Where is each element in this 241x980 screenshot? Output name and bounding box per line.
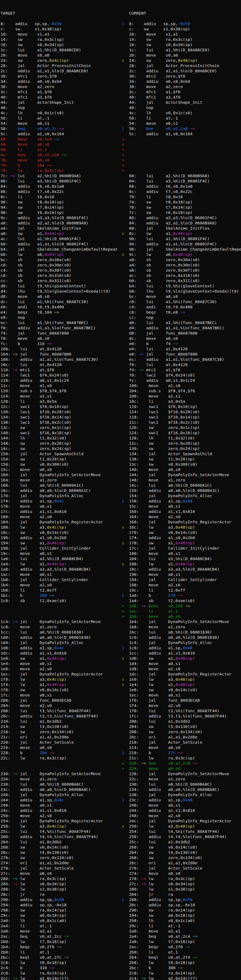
asm-line: 1f4: lw a1,0x44(sp): [0, 682, 121, 687]
asm-line: 228: b 284 ~>: [0, 750, 121, 755]
asm-segment: f4:: [122, 368, 139, 372]
asm-line: 8: addiu sp,sp,-0x58: [0, 21, 121, 26]
asm-segment-b: 27c: [168, 750, 176, 755]
asm-segment: a8: sw a1,: [0, 231, 45, 236]
asm-line: 150: addiu a0,a0,%lo(D_06000A1C): [122, 488, 241, 493]
asm-segment: 2bc: b 308: [122, 966, 178, 970]
asm-line: 200: lui a1,0x3db2: [122, 719, 241, 724]
asm-segment: 1d0: sw a1,: [124, 656, 176, 660]
asm-segment-r: 74: b 284 ~>: [0, 163, 52, 167]
asm-segment-m: 0x44(sp): [45, 252, 64, 257]
asm-segment: lw ra,0x3c(sp): [146, 876, 195, 881]
asm-line: ec: lui a1,%hi(func_80A87BEC): [0, 320, 121, 325]
asm-line: 1d4: move a0,s1: [122, 661, 241, 666]
asm-segment-g: bne v0,at,278: [146, 761, 192, 765]
asm-line: 6c: beq v0,at,230 ~>: [0, 152, 121, 158]
asm-line: 78: lw ra,0x3c(sp): [0, 168, 121, 173]
asm-segment-r: 78: lw ra,0x3c(sp): [0, 168, 64, 173]
asm-segment: fc: b 110: [0, 341, 47, 346]
asm-line: 290: addiu sp,sp,0x58: [0, 897, 121, 902]
asm-line: e0: andi t0,t9,0x400: [0, 304, 121, 309]
asm-segment-r: 70: move a0,s0: [0, 158, 49, 162]
asm-segment: 8: addiu sp,sp,: [124, 21, 178, 26]
asm-line: 84: addiu t6,s0,0x1a8: [0, 184, 121, 189]
asm-line: c4: sb zero,0x30f(s0): [0, 267, 121, 273]
asm-segment-r: ~>: [49, 750, 54, 755]
asm-line: 250: move a2,s0: [0, 813, 121, 818]
asm-line: 220: jal Actor_SetScale: [0, 740, 121, 745]
asm-line: [0, 766, 121, 771]
asm-line: 68: li at,1: [0, 147, 121, 152]
asm-line: 2c0: lw t8,0x18(sp): [0, 960, 121, 965]
asm-line: 24c: jal DynaPolyInfo_RegisterActor: [122, 818, 241, 824]
asm-segment-y: ~>: [54, 310, 59, 314]
asm-segment-y: 0x48(sp): [178, 58, 197, 63]
asm-line: 168: jal DynaPolyInfo_RegisterActor: [122, 519, 241, 525]
asm-line: 1c0: addiu a0,a0,%lo(D_06001830): [122, 635, 241, 640]
asm-line: 1b4: jal DynaPolyInfo_SetActorMove: [122, 619, 241, 624]
asm-segment-b: 280: [40, 593, 47, 598]
asm-line: 64: lui a3,%hi(D_06001F4C): [122, 178, 241, 184]
asm-line: 2a8: move a3,a1: [0, 928, 121, 934]
asm-line: 29c: li at,-1: [122, 923, 241, 928]
asm-line: 29c: sw a0,0x18(sp): [0, 913, 121, 918]
asm-segment: 58:: [0, 126, 18, 131]
asm-segment-b: -0x50: [178, 21, 190, 26]
asm-segment: 110:: [0, 368, 13, 372]
asm-line: 174: addiu a1,s0,0x2b0: [122, 535, 241, 540]
asm-line: 258: lw a3,0x4c(sp): [0, 824, 121, 829]
asm-line: 194: jal Collider_SetCylinder: [122, 577, 241, 582]
asm-segment-g: > 220:: [122, 761, 141, 765]
asm-segment: e0: b f4: [122, 341, 173, 346]
asm-line: s 24: sw zero,0x48(sp): [122, 58, 241, 63]
asm-segment-w: ~>: [64, 955, 69, 959]
asm-segment-m: ~>: [10, 173, 15, 178]
asm-line: 214: sw t3,0x130(s0): [0, 724, 121, 729]
asm-line: 1c8: move a1,zero: [0, 624, 121, 629]
asm-segment: 8c: sw a1,: [124, 231, 173, 236]
asm-line: 1fc: move a0,s1: [0, 692, 121, 698]
asm-segment-b: ~>: [180, 310, 185, 314]
asm-line: 240: jal DynaPolyInfo_Alloc: [0, 792, 121, 797]
asm-line: 1f4: move a2,v0: [122, 703, 241, 708]
asm-segment: 1f0: lw a3,: [0, 677, 47, 682]
asm-segment-g: ~>: [185, 944, 190, 949]
asm-segment-m: 0x40(sp): [173, 252, 193, 257]
asm-line: 38: move a2,zero: [122, 84, 241, 89]
asm-line: b4: lui t9,%hi(gSaveContext): [122, 283, 241, 288]
asm-line: 260: sw v0,0x14c(s0): [122, 845, 241, 850]
asm-line: 260: addiu t4,t4,%lo(func_80A87F44): [0, 834, 121, 839]
asm-line: 34: addiu a0,s0,0xb4: [0, 79, 121, 84]
asm-line: 2cc: ~> lw a2,0x14c(t7): [0, 975, 121, 980]
asm-segment-y: 0x4c(sp): [49, 58, 69, 63]
asm-segment: 58:: [124, 126, 146, 131]
asm-segment-w: ~>: [178, 966, 183, 970]
asm-segment: 288: addiu sp,sp,: [124, 897, 183, 902]
asm-line: i 23c: addiu a1,sp,0x48: [122, 797, 241, 802]
current-column-header: CURRENT: [122, 11, 241, 16]
asm-line: 74: sw t8,0x18(sp): [122, 199, 241, 205]
asm-segment-b: 0x58: [54, 897, 64, 902]
asm-line: 20c: ori a1,a1,0x2d0e: [122, 734, 241, 740]
asm-line: 40: mfc1 a3,$f0: [122, 94, 241, 100]
asm-line: 25c: lui a1,0x3db2: [122, 839, 241, 845]
asm-segment: 1a4: lw a1,: [0, 562, 47, 566]
asm-line: 1a4: lw a1,0x44(sp): [0, 561, 121, 566]
asm-line: c: sw s1,0x38(sp): [0, 26, 121, 32]
asm-line: 3c: mfc1 a1,$f0: [0, 89, 121, 94]
asm-line: 2a8: lw t7,0x18(sp): [122, 939, 241, 944]
asm-line: s 9c: lw a0,0x40(sp): [122, 252, 241, 257]
asm-segment: 16c: lw a3,: [124, 525, 176, 530]
asm-line: 2c: addiu a1,a1,%lo(D_80A88CE0): [0, 68, 121, 73]
asm-line: 198: move a2,s0: [122, 582, 241, 587]
asm-line: 144: lh t1,0x32(s0): [0, 435, 121, 441]
asm-line: i 158: addiu a1,sp,0x48: [122, 498, 241, 504]
asm-segment-b: ~>: [139, 352, 144, 356]
asm-segment: 2ac: beqz v0,2f0: [122, 944, 185, 949]
asm-line: dc: move a0,s0: [122, 336, 241, 341]
asm-line: 2c: addiu a1,a1,%lo(D_80A88CE0): [122, 68, 241, 73]
asm-line: 184: jal DynaPolyInfo_RegisterActor: [0, 519, 121, 525]
asm-line: 278: ~> lw ra,0x3c(sp): [122, 876, 241, 881]
asm-line: 164: move a2,s0: [122, 514, 241, 519]
asm-line: 48: nop: [122, 105, 241, 110]
